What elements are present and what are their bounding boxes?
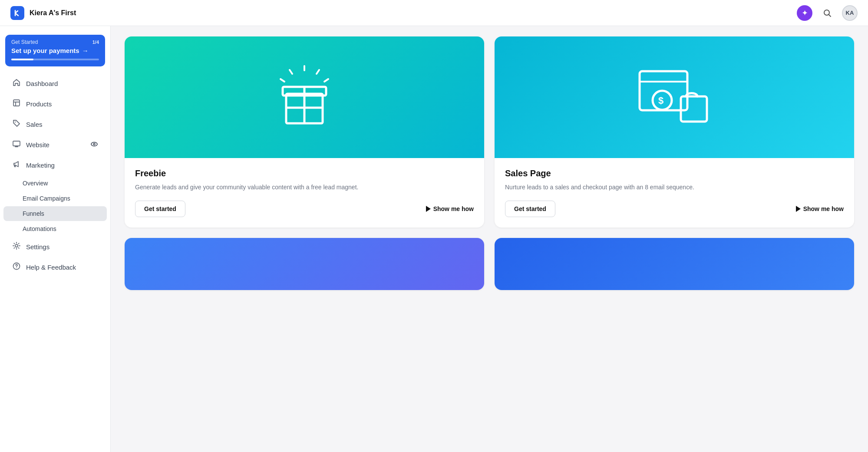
- share-button[interactable]: ✦: [797, 5, 812, 21]
- gear-icon: [12, 241, 21, 252]
- cta-progress-bar: [11, 59, 99, 60]
- cta-badge: 1/4: [92, 40, 99, 45]
- freebie-card: Freebie Generate leads and give your com…: [125, 36, 484, 228]
- sidebar-sub-funnels[interactable]: Funnels: [3, 206, 107, 221]
- sidebar-sub-overview[interactable]: Overview: [3, 176, 107, 191]
- sidebar-item-marketing[interactable]: Marketing: [3, 155, 107, 175]
- settings-label: Settings: [26, 243, 98, 251]
- main-content: Freebie Generate leads and give your com…: [111, 26, 868, 452]
- freebie-actions: Get started Show me how: [135, 201, 474, 217]
- help-label: Help & Feedback: [26, 264, 98, 271]
- sidebar-cta[interactable]: Get Started 1/4 Set up your payments →: [5, 35, 105, 66]
- svg-line-11: [290, 70, 292, 74]
- eye-icon: [90, 140, 98, 149]
- freebie-description: Generate leads and give your community v…: [135, 183, 474, 192]
- app-logo: [10, 6, 24, 20]
- play-icon: [426, 206, 431, 212]
- sidebar-item-products[interactable]: Products: [3, 94, 107, 114]
- svg-rect-3: [13, 141, 20, 146]
- topnav-actions: ✦ KA: [797, 5, 858, 21]
- play-icon-2: [796, 206, 801, 212]
- svg-line-10: [317, 70, 319, 74]
- cta-title: Set up your payments →: [11, 47, 99, 54]
- card3-image: [125, 238, 484, 290]
- svg-line-12: [324, 79, 328, 82]
- sales-page-actions: Get started Show me how: [505, 201, 844, 217]
- freebie-title: Freebie: [135, 168, 474, 178]
- megaphone-icon: [12, 160, 21, 171]
- card3: [125, 238, 484, 290]
- sales-page-card: $ Sales Page Nurture leads to a sales an…: [495, 36, 854, 228]
- sidebar-item-help[interactable]: Help & Feedback: [3, 257, 107, 277]
- app-layout: Get Started 1/4 Set up your payments → D…: [0, 26, 868, 452]
- search-button[interactable]: [819, 5, 835, 21]
- card4: [495, 238, 854, 290]
- marketing-label: Marketing: [26, 162, 98, 169]
- topnav: Kiera A's First ✦ KA: [0, 0, 868, 26]
- box-icon: [12, 99, 21, 109]
- sales-page-card-body: Sales Page Nurture leads to a sales and …: [495, 158, 854, 228]
- sales-page-title: Sales Page: [505, 168, 844, 178]
- svg-point-8: [16, 267, 17, 268]
- user-avatar[interactable]: KA: [842, 5, 858, 21]
- svg-text:$: $: [658, 95, 663, 106]
- cards-grid: Freebie Generate leads and give your com…: [125, 36, 854, 290]
- sidebar-item-dashboard[interactable]: Dashboard: [3, 74, 107, 93]
- sidebar-item-settings[interactable]: Settings: [3, 237, 107, 257]
- svg-rect-23: [681, 96, 707, 122]
- monitor-icon: [12, 139, 21, 150]
- marketing-sub-items: Overview Email Campaigns Funnels Automat…: [0, 175, 110, 237]
- card4-image: [495, 238, 854, 290]
- brand-name: Kiera A's First: [30, 9, 797, 17]
- dashboard-label: Dashboard: [26, 80, 98, 87]
- svg-rect-1: [13, 100, 20, 106]
- cta-label: Get Started: [11, 39, 38, 45]
- freebie-card-body: Freebie Generate leads and give your com…: [125, 158, 484, 228]
- svg-point-2: [15, 122, 16, 122]
- website-label: Website: [26, 141, 85, 148]
- svg-line-13: [281, 79, 284, 82]
- tag-icon: [12, 119, 21, 130]
- sales-page-show-how-button[interactable]: Show me how: [796, 205, 844, 212]
- sidebar-sub-automations[interactable]: Automations: [3, 221, 107, 236]
- freebie-get-started-button[interactable]: Get started: [135, 201, 185, 217]
- sidebar: Get Started 1/4 Set up your payments → D…: [0, 26, 111, 452]
- sales-page-description: Nurture leads to a sales and checkout pa…: [505, 183, 844, 192]
- sidebar-item-sales[interactable]: Sales: [3, 115, 107, 134]
- svg-point-6: [15, 244, 18, 247]
- svg-point-5: [93, 143, 95, 145]
- sales-label: Sales: [26, 121, 98, 128]
- svg-point-0: [824, 10, 829, 15]
- sales-page-card-image: $: [495, 36, 854, 158]
- svg-point-4: [91, 142, 97, 146]
- products-label: Products: [26, 100, 98, 108]
- home-icon: [12, 78, 21, 89]
- sidebar-item-website[interactable]: Website: [3, 135, 107, 155]
- sales-page-get-started-button[interactable]: Get started: [505, 201, 555, 217]
- freebie-show-how-button[interactable]: Show me how: [426, 205, 474, 212]
- help-icon: [12, 262, 21, 273]
- sidebar-sub-email-campaigns[interactable]: Email Campaigns: [3, 191, 107, 206]
- cta-progress-fill: [11, 59, 33, 60]
- freebie-card-image: [125, 36, 484, 158]
